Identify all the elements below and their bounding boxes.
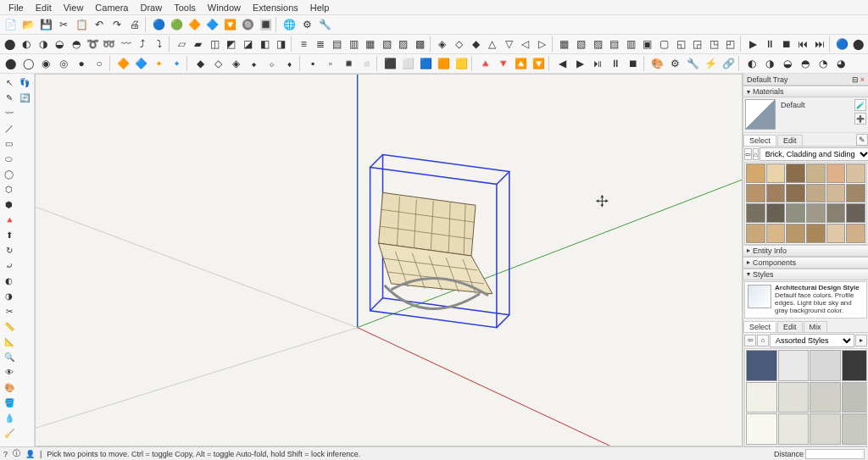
- toolbar-button[interactable]: ◑: [761, 55, 778, 72]
- toolbar-button[interactable]: ▶: [745, 36, 761, 53]
- material-swatch[interactable]: [806, 224, 826, 243]
- material-swatch[interactable]: [846, 184, 865, 203]
- toolbar-button[interactable]: 🔻: [494, 55, 511, 72]
- material-swatch[interactable]: [806, 163, 826, 183]
- style-swatch[interactable]: [746, 350, 777, 381]
- toolbar-button[interactable]: 🔺: [476, 55, 493, 72]
- tray-close-icon[interactable]: ×: [860, 75, 865, 84]
- style-swatch[interactable]: [778, 413, 810, 445]
- style-swatch[interactable]: [778, 350, 810, 381]
- toolbar-button[interactable]: ◐: [743, 55, 760, 72]
- toolbar-button[interactable]: 🌐: [281, 16, 298, 33]
- toolbar-button[interactable]: 🎨: [648, 55, 665, 72]
- toolbar-button[interactable]: 🔽: [530, 55, 547, 72]
- toolbar-button[interactable]: ≡: [296, 36, 312, 53]
- tool-button[interactable]: 📐: [2, 335, 16, 349]
- menu-extensions[interactable]: Extensions: [248, 2, 303, 14]
- toolbar-button[interactable]: ⏮: [795, 36, 811, 53]
- toolbar-button[interactable]: ⏹: [778, 36, 794, 53]
- toolbar-button[interactable]: ⬤: [2, 36, 18, 53]
- toolbar-button[interactable]: ≣: [313, 36, 329, 53]
- material-swatch[interactable]: [826, 224, 846, 243]
- panel-styles-header[interactable]: Styles: [743, 269, 868, 280]
- material-swatch[interactable]: [826, 203, 846, 223]
- toolbar-button[interactable]: ▧: [379, 36, 395, 53]
- toolbar-button[interactable]: 〰: [118, 36, 134, 53]
- tab-styles-select[interactable]: Select: [743, 321, 776, 332]
- toolbar-button[interactable]: 🔹: [168, 55, 185, 72]
- menu-tools[interactable]: Tools: [169, 2, 201, 14]
- tool-button[interactable]: ⬆: [2, 228, 16, 242]
- toolbar-button[interactable]: 🔧: [684, 55, 701, 72]
- menu-edit[interactable]: Edit: [31, 2, 57, 14]
- material-swatch[interactable]: [766, 224, 786, 243]
- toolbar-button[interactable]: ▥: [623, 36, 639, 53]
- toolbar-button[interactable]: ⤴: [135, 36, 151, 53]
- info-icon[interactable]: ⓘ: [13, 448, 20, 459]
- tool-button[interactable]: ⤾: [2, 258, 16, 273]
- toolbar-button[interactable]: ◑: [35, 36, 51, 53]
- toolbar-button[interactable]: ◰: [723, 36, 739, 53]
- toolbar-button[interactable]: ↷: [108, 16, 125, 33]
- toolbar-button[interactable]: ◁: [518, 36, 534, 53]
- tool-button[interactable]: ◐: [2, 274, 16, 288]
- menu-view[interactable]: View: [58, 2, 89, 14]
- style-swatch[interactable]: [746, 413, 777, 445]
- toolbar-button[interactable]: ⏯: [589, 55, 606, 72]
- tool-button[interactable]: 〰: [2, 106, 16, 120]
- toolbar-button[interactable]: ⬧: [281, 55, 298, 72]
- toolbar-button[interactable]: 🖨: [126, 16, 143, 33]
- tool-button[interactable]: 🎨: [2, 380, 16, 395]
- toolbar-button[interactable]: 🟦: [417, 55, 434, 72]
- menu-help[interactable]: Help: [305, 2, 335, 14]
- toolbar-button[interactable]: 🔼: [512, 55, 529, 72]
- toolbar-button[interactable]: ⏭: [811, 36, 827, 53]
- toolbar-button[interactable]: 🔧: [316, 16, 333, 33]
- material-swatch[interactable]: [806, 184, 826, 203]
- toolbar-button[interactable]: ◳: [706, 36, 722, 53]
- toolbar-button[interactable]: ⚡: [702, 55, 719, 72]
- tool-button[interactable]: ⬢: [2, 197, 16, 212]
- material-swatch[interactable]: [746, 184, 765, 203]
- toolbar-button[interactable]: 📂: [19, 16, 36, 33]
- user-icon[interactable]: 👤: [25, 450, 35, 458]
- tool-button[interactable]: ◯: [2, 167, 16, 181]
- toolbar-button[interactable]: ◇: [209, 55, 226, 72]
- toolbar-button[interactable]: ▩: [412, 36, 428, 53]
- toolbar-button[interactable]: ◈: [227, 55, 244, 72]
- tool-button[interactable]: ／: [2, 121, 16, 136]
- toolbar-button[interactable]: ◔: [815, 55, 832, 72]
- toolbar-button[interactable]: ◎: [55, 55, 72, 72]
- toolbar-button[interactable]: ◕: [832, 55, 849, 72]
- toolbar-button[interactable]: ◲: [689, 36, 705, 53]
- tool-button[interactable]: ✎: [2, 91, 16, 105]
- eyedropper-icon[interactable]: ✎: [856, 134, 868, 146]
- tool-button[interactable]: 📏: [2, 319, 16, 334]
- toolbar-button[interactable]: ▰: [190, 36, 206, 53]
- toolbar-button[interactable]: ◒: [779, 55, 796, 72]
- material-swatch[interactable]: [746, 203, 765, 223]
- tray-pin-icon[interactable]: ⊟: [852, 75, 859, 84]
- material-swatch[interactable]: [786, 203, 805, 223]
- toolbar-button[interactable]: ◉: [37, 55, 54, 72]
- toolbar-button[interactable]: ◫: [207, 36, 223, 53]
- toolbar-button[interactable]: ▱: [174, 36, 190, 53]
- toolbar-button[interactable]: ◨: [274, 36, 290, 53]
- tool-button[interactable]: ⬭: [2, 152, 16, 166]
- material-swatch[interactable]: [846, 203, 865, 223]
- toolbar-button[interactable]: 🔶: [186, 16, 203, 33]
- tab-styles-edit[interactable]: Edit: [777, 321, 803, 332]
- tool-button[interactable]: 👁: [2, 365, 16, 380]
- toolbar-button[interactable]: 📄: [2, 16, 19, 33]
- toolbar-button[interactable]: ▷: [534, 36, 550, 53]
- material-swatch[interactable]: [766, 163, 786, 183]
- material-create-icon[interactable]: ➕: [854, 113, 866, 125]
- materials-collection-select[interactable]: Brick, Cladding and Siding: [760, 147, 868, 161]
- toolbar-button[interactable]: ▫: [322, 55, 339, 72]
- toolbar-button[interactable]: 🔸: [150, 55, 167, 72]
- material-swatch[interactable]: [826, 163, 846, 183]
- menu-file[interactable]: File: [3, 2, 29, 14]
- toolbar-button[interactable]: ⤵: [151, 36, 167, 53]
- tool-button[interactable]: ↻: [2, 243, 16, 258]
- toolbar-button[interactable]: ▥: [346, 36, 362, 53]
